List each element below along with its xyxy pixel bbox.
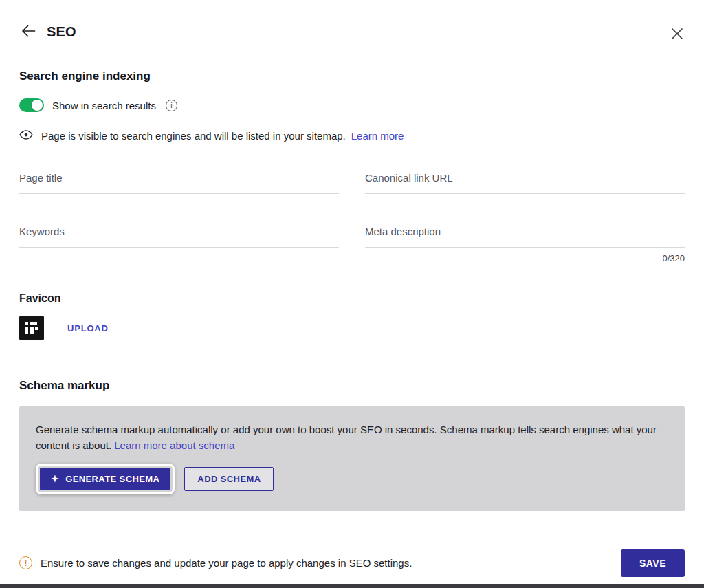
seo-settings-panel: SEO Search engine indexing Show in searc… bbox=[0, 0, 704, 588]
save-button[interactable]: SAVE bbox=[621, 549, 685, 577]
keywords-input[interactable] bbox=[19, 226, 339, 248]
schema-panel: Generate schema markup automatically or … bbox=[19, 406, 685, 511]
back-button[interactable] bbox=[19, 22, 37, 42]
upload-button[interactable]: UPLOAD bbox=[67, 323, 109, 334]
page-title-field bbox=[19, 172, 339, 194]
footer-note-row: ! Ensure to save changes and update your… bbox=[19, 556, 412, 569]
highlight-box: ✦ GENERATE SCHEMA bbox=[36, 464, 175, 494]
page-bottom-edge bbox=[0, 584, 704, 588]
section-heading-indexing: Search engine indexing bbox=[19, 69, 685, 83]
page-title-input[interactable] bbox=[19, 172, 339, 194]
char-counter: 0/320 bbox=[365, 253, 685, 263]
favicon-section: Favicon UPLOAD bbox=[19, 292, 685, 340]
favicon-image bbox=[19, 316, 44, 340]
footer-note: Ensure to save changes and update your p… bbox=[41, 557, 412, 569]
show-in-search-row: Show in search results i bbox=[19, 98, 685, 112]
meta-description-input[interactable] bbox=[365, 226, 685, 248]
section-heading-schema: Schema markup bbox=[19, 379, 685, 393]
toggle-knob bbox=[32, 100, 43, 111]
section-heading-favicon: Favicon bbox=[19, 292, 685, 305]
learn-more-link[interactable]: Learn more bbox=[351, 130, 404, 142]
eye-icon bbox=[19, 130, 33, 142]
indexing-section: Search engine indexing Show in search re… bbox=[19, 69, 685, 142]
warning-icon: ! bbox=[19, 556, 32, 569]
visibility-note: Page is visible to search engines and wi… bbox=[41, 130, 346, 142]
schema-buttons-row: ✦ GENERATE SCHEMA ADD SCHEMA bbox=[36, 464, 668, 494]
visibility-note-row: Page is visible to search engines and wi… bbox=[19, 130, 685, 142]
show-in-search-toggle[interactable] bbox=[19, 98, 44, 112]
seo-fields-grid: 0/320 bbox=[19, 172, 685, 263]
sparkle-icon: ✦ bbox=[51, 474, 59, 483]
favicon-row: UPLOAD bbox=[19, 316, 685, 340]
generate-schema-label: GENERATE SCHEMA bbox=[65, 474, 160, 484]
close-icon bbox=[671, 28, 683, 42]
schema-description-block: Generate schema markup automatically or … bbox=[36, 422, 668, 454]
keywords-field bbox=[19, 226, 339, 263]
schema-learn-more-link[interactable]: Learn more about schema bbox=[114, 439, 234, 451]
meta-description-field: 0/320 bbox=[365, 226, 685, 263]
close-button[interactable] bbox=[670, 26, 685, 43]
canonical-url-input[interactable] bbox=[365, 172, 685, 194]
schema-section: Schema markup Generate schema markup aut… bbox=[19, 379, 685, 511]
add-schema-button[interactable]: ADD SCHEMA bbox=[184, 467, 274, 491]
panel-header: SEO bbox=[19, 0, 685, 43]
back-arrow-icon bbox=[21, 23, 36, 41]
canonical-url-field bbox=[365, 172, 685, 194]
page-title: SEO bbox=[47, 24, 76, 40]
toggle-label: Show in search results bbox=[52, 100, 156, 111]
info-icon[interactable]: i bbox=[166, 100, 177, 111]
panel-footer: ! Ensure to save changes and update your… bbox=[19, 549, 685, 577]
generate-schema-button[interactable]: ✦ GENERATE SCHEMA bbox=[40, 468, 170, 490]
